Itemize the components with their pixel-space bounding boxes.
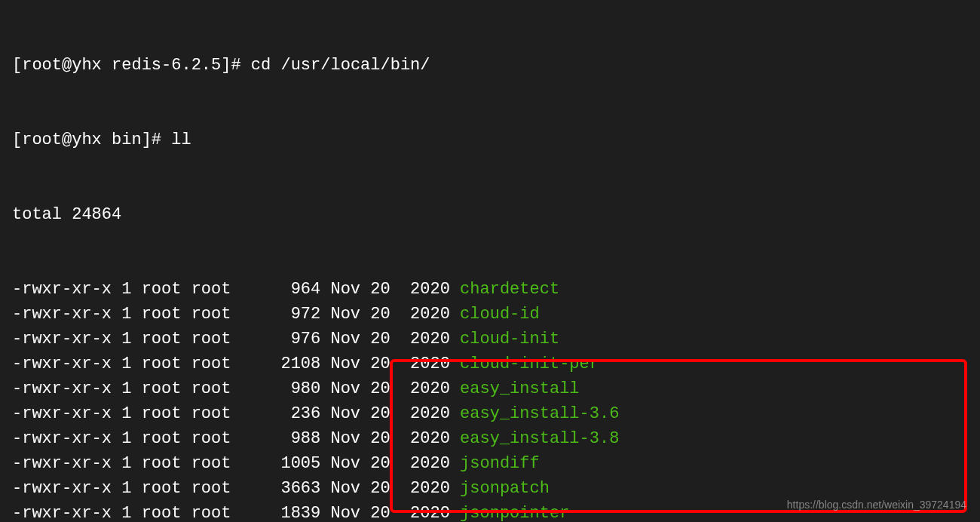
file-meta: -rwxr-xr-x 1 root root 964 Nov 20 2020 (12, 280, 460, 299)
executable-name: easy_install (460, 379, 579, 398)
file-meta: -rwxr-xr-x 1 root root 1005 Nov 20 2020 (12, 454, 460, 473)
file-meta: -rwxr-xr-x 1 root root 972 Nov 20 2020 (12, 305, 460, 324)
prompt-line-2: [root@yhx bin]# ll (12, 127, 971, 152)
list-item: -rwxr-xr-x 1 root root 2108 Nov 20 2020 … (12, 352, 971, 376)
list-item: -rwxr-xr-x 1 root root 988 Nov 20 2020 e… (12, 426, 971, 451)
file-listing: -rwxr-xr-x 1 root root 964 Nov 20 2020 c… (12, 277, 971, 522)
command-text: ll (171, 130, 191, 149)
prompt-line-1: [root@yhx redis-6.2.5]# cd /usr/local/bi… (12, 53, 971, 78)
prompt-prefix: [root@yhx redis-6.2.5]# (12, 56, 251, 75)
executable-name: chardetect (460, 280, 559, 299)
terminal-output[interactable]: [root@yhx redis-6.2.5]# cd /usr/local/bi… (0, 0, 980, 522)
prompt-prefix: [root@yhx bin]# (12, 130, 171, 149)
file-meta: -rwxr-xr-x 1 root root 236 Nov 20 2020 (12, 404, 460, 423)
list-item: -rwxr-xr-x 1 root root 1005 Nov 20 2020 … (12, 451, 971, 476)
watermark-text: https://blog.csdn.net/weixin_39724194 (787, 497, 966, 513)
executable-name: jsonpointer (460, 504, 569, 522)
list-item: -rwxr-xr-x 1 root root 972 Nov 20 2020 c… (12, 302, 971, 327)
list-item: -rwxr-xr-x 1 root root 976 Nov 20 2020 c… (12, 327, 971, 352)
file-meta: -rwxr-xr-x 1 root root 976 Nov 20 2020 (12, 330, 460, 349)
file-meta: -rwxr-xr-x 1 root root 2108 Nov 20 2020 (12, 355, 460, 373)
executable-name: easy_install-3.8 (460, 429, 619, 448)
executable-name: easy_install-3.6 (460, 404, 619, 423)
executable-name: cloud-init (460, 330, 559, 349)
list-item: -rwxr-xr-x 1 root root 964 Nov 20 2020 c… (12, 277, 971, 302)
list-item: -rwxr-xr-x 1 root root 236 Nov 20 2020 e… (12, 401, 971, 426)
executable-name: cloud-init-per (460, 355, 599, 373)
executable-name: jsondiff (460, 454, 540, 473)
file-meta: -rwxr-xr-x 1 root root 988 Nov 20 2020 (12, 429, 460, 448)
file-meta: -rwxr-xr-x 1 root root 1839 Nov 20 2020 (12, 504, 460, 522)
file-meta: -rwxr-xr-x 1 root root 980 Nov 20 2020 (12, 379, 460, 398)
file-meta: -rwxr-xr-x 1 root root 3663 Nov 20 2020 (12, 479, 460, 498)
executable-name: jsonpatch (460, 479, 550, 498)
list-item: -rwxr-xr-x 1 root root 980 Nov 20 2020 e… (12, 376, 971, 401)
total-line: total 24864 (12, 202, 971, 227)
command-text: cd /usr/local/bin/ (251, 56, 430, 75)
executable-name: cloud-id (460, 305, 540, 324)
